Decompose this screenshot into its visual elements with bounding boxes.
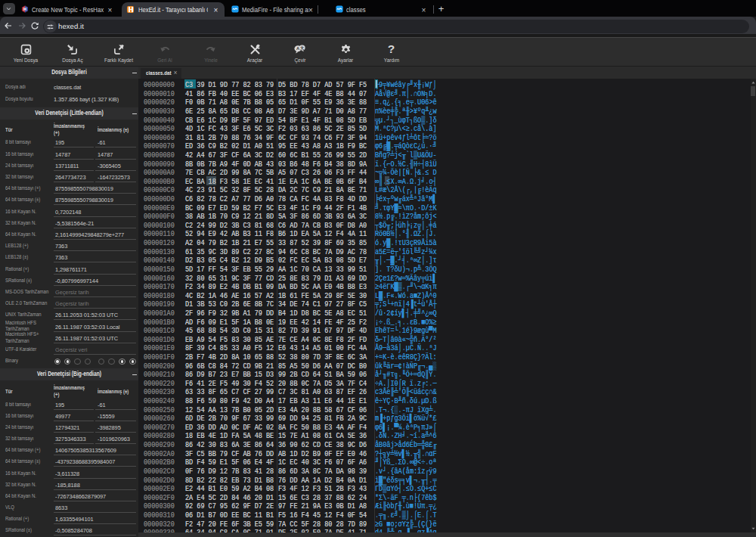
svg-text:A: A xyxy=(296,46,299,51)
svg-text:文: 文 xyxy=(299,45,304,49)
